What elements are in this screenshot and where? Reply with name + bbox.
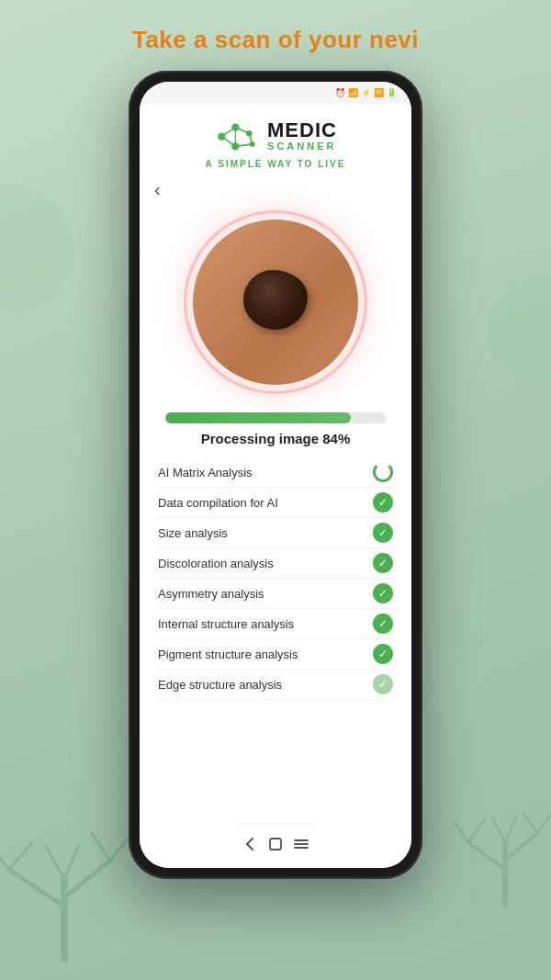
analysis-status-icon: ✓ bbox=[373, 492, 393, 513]
phone-frame: ⏰ 📶 ⚡ 🛜 🔋 bbox=[129, 71, 422, 879]
bottom-navigation bbox=[237, 823, 314, 868]
page-title: Take a scan of your nevi bbox=[132, 26, 419, 54]
scan-glow-ring bbox=[184, 210, 367, 394]
scan-image-container bbox=[184, 203, 367, 401]
logo-scanner-text: SCANNER bbox=[267, 141, 337, 152]
svg-line-11 bbox=[505, 833, 537, 861]
analysis-item: Asymmetry analysis✓ bbox=[158, 579, 393, 609]
analysis-item: Discoloration analysis✓ bbox=[158, 548, 393, 579]
svg-line-10 bbox=[468, 842, 505, 870]
logo-text-block: MEDIC SCANNER bbox=[267, 120, 337, 152]
deco-circle-tl bbox=[0, 184, 73, 312]
analysis-status-icon: ✓ bbox=[373, 644, 393, 664]
svg-line-14 bbox=[523, 813, 537, 833]
analysis-item-label: AI Matrix Analysis bbox=[158, 466, 253, 479]
battery-icon: 🔋 bbox=[387, 88, 397, 97]
analysis-status-icon: ✓ bbox=[373, 614, 393, 634]
alarm-icon: ⏰ bbox=[335, 88, 345, 97]
wifi-icon: 🛜 bbox=[374, 88, 384, 97]
deco-circle-tr bbox=[487, 276, 551, 386]
analysis-status-icon: ✓ bbox=[373, 553, 393, 573]
tree-left-decoration bbox=[0, 778, 147, 962]
status-icons: ⏰ 📶 ⚡ 🛜 🔋 bbox=[335, 88, 397, 97]
logo-icon bbox=[214, 118, 260, 155]
nav-back-icon bbox=[240, 834, 260, 854]
analysis-item: Pigment structure analysis✓ bbox=[158, 639, 393, 670]
progress-section: Processing image 84% bbox=[140, 401, 411, 450]
svg-line-24 bbox=[221, 137, 235, 147]
analysis-item-label: Asymmetry analysis bbox=[158, 587, 264, 601]
svg-line-5 bbox=[92, 833, 110, 861]
tree-right-decoration bbox=[450, 769, 551, 907]
svg-line-13 bbox=[468, 819, 485, 842]
analysis-status-icon bbox=[373, 462, 393, 482]
mole-image bbox=[193, 220, 358, 385]
analysis-list: AI Matrix AnalysisData compilation for A… bbox=[140, 450, 411, 823]
back-nav-button[interactable] bbox=[237, 831, 263, 857]
back-button[interactable]: ‹ bbox=[154, 180, 161, 198]
svg-line-23 bbox=[221, 128, 235, 137]
analysis-status-icon: ✓ bbox=[373, 674, 393, 694]
analysis-item-label: Edge structure analysis bbox=[158, 678, 282, 692]
progress-bar-fill bbox=[165, 412, 351, 423]
logo-medic-text: MEDIC bbox=[267, 120, 337, 141]
home-icon bbox=[266, 835, 285, 853]
signal-icon: 📶 bbox=[348, 88, 358, 97]
svg-line-8 bbox=[64, 847, 78, 879]
analysis-item: AI Matrix Analysis bbox=[158, 457, 393, 488]
background: Take a scan of your nevi ⏰ 📶 ⚡ 🛜 🔋 bbox=[0, 0, 551, 980]
analysis-status-icon: ✓ bbox=[373, 523, 393, 543]
back-button-row: ‹ bbox=[140, 176, 411, 203]
logo-row: MEDIC SCANNER bbox=[214, 118, 337, 155]
home-nav-button[interactable] bbox=[263, 831, 288, 857]
app-content: MEDIC SCANNER A SIMPLE WAY TO LIVE ‹ bbox=[140, 104, 411, 868]
bluetooth-icon: ⚡ bbox=[361, 88, 371, 97]
analysis-item: Edge structure analysis✓ bbox=[158, 670, 393, 700]
analysis-item: Internal structure analysis✓ bbox=[158, 609, 393, 639]
svg-line-1 bbox=[9, 870, 64, 907]
logo-tagline: A SIMPLE WAY TO LIVE bbox=[206, 159, 346, 169]
progress-label: Processing image 84% bbox=[201, 431, 351, 446]
svg-rect-29 bbox=[270, 839, 281, 850]
svg-line-6 bbox=[110, 838, 129, 861]
svg-line-12 bbox=[455, 822, 468, 842]
svg-line-16 bbox=[491, 817, 505, 842]
analysis-item-label: Data compilation for AI bbox=[158, 496, 278, 510]
analysis-item-label: Internal structure analysis bbox=[158, 617, 294, 631]
status-bar: ⏰ 📶 ⚡ 🛜 🔋 bbox=[140, 82, 411, 104]
svg-line-15 bbox=[537, 815, 551, 833]
analysis-item: Data compilation for AI✓ bbox=[158, 488, 393, 518]
phone-screen: ⏰ 📶 ⚡ 🛜 🔋 bbox=[140, 82, 411, 868]
analysis-item: Size analysis✓ bbox=[158, 518, 393, 548]
svg-line-7 bbox=[46, 847, 64, 879]
svg-line-4 bbox=[9, 842, 32, 870]
analysis-item-label: Size analysis bbox=[158, 526, 228, 540]
progress-bar-background bbox=[165, 412, 386, 423]
analysis-item-label: Discoloration analysis bbox=[158, 557, 274, 570]
menu-nav-button[interactable] bbox=[288, 831, 314, 857]
logo-area: MEDIC SCANNER A SIMPLE WAY TO LIVE bbox=[206, 104, 346, 176]
menu-icon bbox=[291, 834, 311, 854]
svg-line-3 bbox=[0, 847, 9, 870]
svg-line-17 bbox=[505, 817, 516, 842]
analysis-status-icon: ✓ bbox=[373, 583, 393, 603]
analysis-item-label: Pigment structure analysis bbox=[158, 648, 298, 661]
